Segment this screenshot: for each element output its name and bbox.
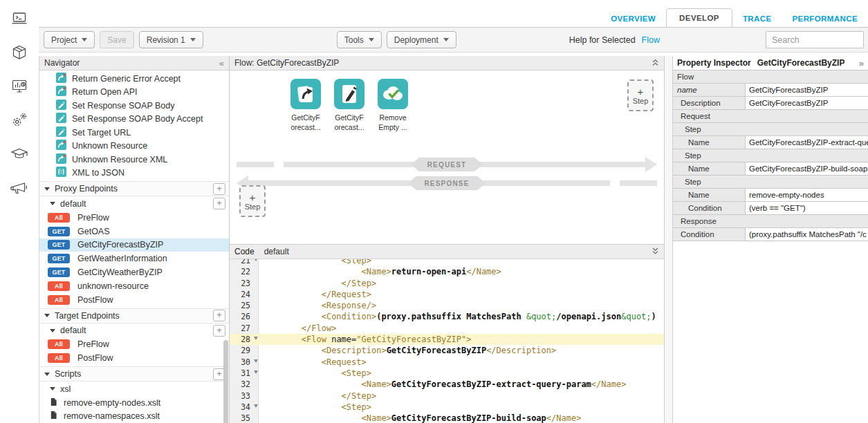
code-line-31[interactable]: 31 <Step> <box>230 368 664 379</box>
policy-item-return-generic-error-accept[interactable]: Return Generic Error Accept <box>39 72 229 86</box>
property-value[interactable]: GetCityForecastByZIP-build-soap <box>746 162 868 175</box>
code-line-35[interactable]: 35 <Name>GetCityForecastByZIP-build-soap… <box>230 413 664 423</box>
section-proxy-endpoints[interactable]: Proxy Endpoints+ <box>39 181 229 196</box>
add-button[interactable]: + <box>213 198 225 209</box>
tab-performance[interactable]: PERFORMANCE <box>782 10 868 27</box>
policy-item-unknown-resource[interactable]: Unknown Resource <box>39 140 229 153</box>
flow-item-getweatherinformation[interactable]: GETGetWeatherInformation <box>39 252 229 265</box>
fold-caret-icon[interactable] <box>254 370 258 374</box>
save-button[interactable]: Save <box>100 31 133 48</box>
policy-item-set-response-soap-body[interactable]: Set Response SOAP Body <box>39 99 229 113</box>
code-line-32[interactable]: 32 <Name>GetCityForecastByZIP-extract-qu… <box>230 379 664 390</box>
vertical-scrollbar-track[interactable] <box>664 56 673 423</box>
subsection-default[interactable]: default+ <box>39 323 229 338</box>
add-button[interactable]: + <box>213 310 225 321</box>
flow-label: PostFlow <box>77 353 113 363</box>
collapse-left-icon[interactable]: « <box>219 59 224 68</box>
tab-trace[interactable]: TRACE <box>732 10 782 27</box>
code-line-21[interactable]: 21 <Step> <box>230 259 664 266</box>
property-value[interactable]: (proxy.pathsuffix MatchesPath "/c <box>746 228 868 241</box>
navigator-scrollbar-thumb[interactable] <box>223 340 228 423</box>
flow-label: PostFlow <box>77 295 113 305</box>
package-icon[interactable] <box>10 43 29 62</box>
code-line-33[interactable]: 33 </Step> <box>230 391 664 402</box>
graduation-cap-icon[interactable] <box>10 144 29 164</box>
gears-icon[interactable] <box>10 111 29 130</box>
flow-item-unknown-resource[interactable]: Allunknown-resource <box>39 279 229 293</box>
flow-label: unknown-resource <box>77 281 149 291</box>
flow-item-postflow[interactable]: AllPostFlow <box>39 293 229 307</box>
code-line-30[interactable]: 30 <Request> <box>230 357 664 368</box>
code-line-34[interactable]: 34 <Step> <box>230 402 664 413</box>
flow-item-getcityforecastbyzip[interactable]: GETGetCityForecastByZIP <box>39 238 229 252</box>
project-menu-button[interactable]: Project <box>44 31 95 48</box>
line-number: 23 <box>230 278 259 289</box>
add-step-button-request[interactable]: + Step <box>627 79 654 111</box>
flow-label: GetCityForecastByZIP <box>77 240 163 250</box>
search-input[interactable] <box>766 31 864 48</box>
tools-menu-button[interactable]: Tools <box>337 31 382 48</box>
file-item-remove-empty-nodes-xslt[interactable]: remove-empty-nodes.xslt <box>39 396 229 410</box>
flow-item-getoas[interactable]: GETGetOAS <box>39 225 229 238</box>
property-value[interactable]: (verb == "GET") <box>746 202 868 214</box>
line-number: 26 <box>230 311 259 322</box>
code-line-27[interactable]: 27 </Flow> <box>230 323 664 334</box>
deployment-menu-button[interactable]: Deployment <box>387 31 456 48</box>
monitor-analytics-icon[interactable] <box>10 77 29 96</box>
policy-label: Set Response SOAP Body Accept <box>72 114 203 124</box>
code-line-28[interactable]: 28 <Flow name="GetCityForecastByZIP"> <box>230 334 664 345</box>
subsection-xsl[interactable]: xsl <box>39 382 229 396</box>
flow-item-preflow[interactable]: AllPreFlow <box>39 211 229 225</box>
code-line-25[interactable]: 25 <Response/> <box>230 300 664 311</box>
property-value[interactable]: GetCityForecastByZIP <box>746 97 868 109</box>
property-value[interactable]: GetCityForecastByZIP-extract-query-param <box>746 136 868 149</box>
flow-step-getcityf-orecast[interactable]: GetCityF orecast... <box>331 79 367 132</box>
code-line-24[interactable]: 24 </Request> <box>230 289 664 300</box>
code-editor[interactable]: 21 <Step>22 <Name>return-open-api</Name>… <box>230 259 664 423</box>
property-value[interactable]: remove-empty-nodes <box>746 189 868 201</box>
method-badge: GET <box>48 254 70 263</box>
code-line-22[interactable]: 22 <Name>return-open-api</Name> <box>230 266 664 277</box>
add-button[interactable]: + <box>213 325 225 337</box>
flow-item-getcityweatherbyzip[interactable]: GETGetCityWeatherByZIP <box>39 265 229 279</box>
add-step-button-response[interactable]: + Step <box>239 185 266 217</box>
megaphone-icon[interactable] <box>10 178 29 198</box>
collapse-up-icon[interactable] <box>652 58 659 68</box>
add-button[interactable]: + <box>213 183 225 195</box>
top-header: OVERVIEWDEVELOPTRACEPERFORMANCE <box>39 0 868 28</box>
section-scripts[interactable]: Scripts+ <box>39 366 229 382</box>
flow-step-getcityf-orecast[interactable]: GetCityF orecast... <box>288 79 324 132</box>
flow-step-remove-empty[interactable]: Remove Empty ... <box>375 79 411 132</box>
chevron-down-icon <box>369 38 374 41</box>
property-row-name: Nameremove-empty-nodes <box>673 189 868 202</box>
flow-item-postflow[interactable]: AllPostFlow <box>39 351 229 365</box>
collapse-right-icon[interactable]: » <box>859 58 864 68</box>
flow-label: GetOAS <box>77 227 110 236</box>
terminal-laptop-icon[interactable] <box>10 9 29 28</box>
file-item-remove-namespaces-xslt[interactable]: remove-namespaces.xslt <box>39 410 229 423</box>
flow-item-preflow[interactable]: AllPreFlow <box>39 338 229 352</box>
code-line-26[interactable]: 26 <Condition>(proxy.pathsuffix MatchesP… <box>230 311 664 322</box>
section-target-endpoints[interactable]: Target Endpoints+ <box>39 308 229 323</box>
revision-menu-button[interactable]: Revision 1 <box>139 31 203 48</box>
fold-caret-icon[interactable] <box>254 404 258 408</box>
subsection-default[interactable]: default+ <box>39 196 229 211</box>
section-label: default <box>60 199 86 209</box>
policy-item-set-target-url[interactable]: Set Target URL <box>39 126 229 140</box>
fold-caret-icon[interactable] <box>254 259 258 261</box>
collapse-down-icon[interactable] <box>652 247 659 256</box>
raise-fault-icon <box>56 140 66 152</box>
policy-item-unknown-resource-xml[interactable]: Unknown Resource XML <box>39 153 229 167</box>
section-label: Scripts <box>55 369 81 379</box>
policy-item-xml-to-json[interactable]: XML to JSON <box>39 167 229 180</box>
property-value[interactable]: GetCityForecastByZIP <box>746 84 868 96</box>
fold-caret-icon[interactable] <box>254 337 258 340</box>
code-line-23[interactable]: 23 </Step> <box>230 278 664 289</box>
policy-item-set-response-soap-body-accept[interactable]: Set Response SOAP Body Accept <box>39 113 229 126</box>
tab-develop[interactable]: DEVELOP <box>666 8 732 27</box>
fold-caret-icon[interactable] <box>254 359 258 363</box>
help-flow-link[interactable]: Flow <box>642 35 660 45</box>
code-line-29[interactable]: 29 <Description>GetCityForecastByZIP</De… <box>230 345 664 356</box>
policy-item-return-open-api[interactable]: Return Open API <box>39 86 229 100</box>
tab-overview[interactable]: OVERVIEW <box>600 10 666 27</box>
